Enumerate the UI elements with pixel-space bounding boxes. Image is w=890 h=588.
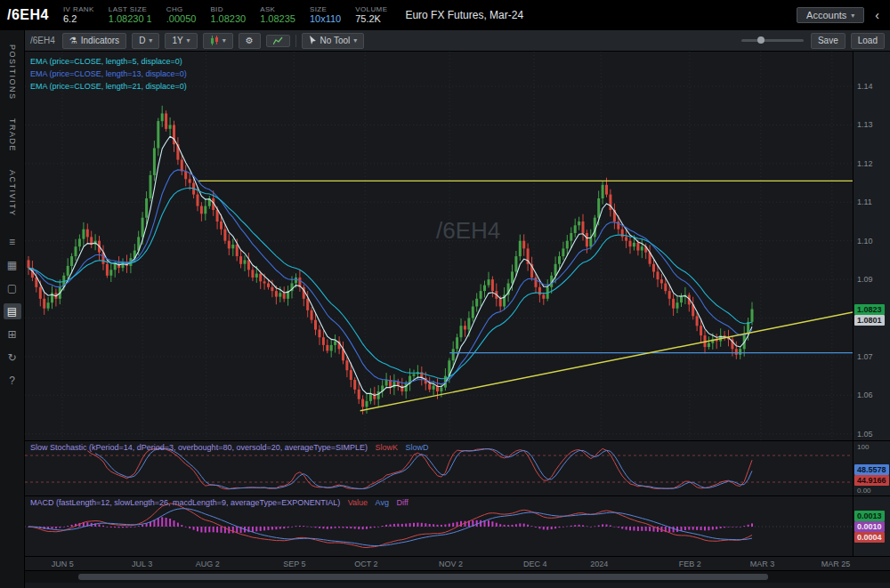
price-tick: 1.12 [857, 159, 873, 168]
time-axis-label: MAR 3 [750, 560, 775, 568]
watchlist-icon[interactable]: ≡ [4, 234, 21, 250]
time-axis-label: FEB 2 [679, 560, 701, 568]
accounts-button[interactable]: Accounts ▾ [797, 7, 864, 23]
chevron-down-icon: ▾ [222, 35, 226, 47]
time-axis-label: OCT 2 [354, 560, 377, 568]
price-axis[interactable]: 1.051.061.071.081.091.101.111.121.131.14… [853, 52, 890, 440]
chart-style-button[interactable] [266, 35, 290, 47]
chart-type-dropdown[interactable]: ▾ [203, 33, 233, 49]
price-tick: 1.13 [857, 120, 873, 129]
time-axis-label: AUG 2 [196, 560, 220, 568]
macd-value-badge: 0.0013 [854, 511, 885, 521]
zoom-slider[interactable] [741, 39, 804, 42]
chevron-down-icon: ▾ [353, 35, 357, 47]
stoch-axis-bottom: 0.00 [857, 487, 871, 495]
ema21-label[interactable]: EMA (price=CLOSE, length=21, displace=0) [30, 80, 187, 93]
grid-icon[interactable]: ▦ [4, 257, 21, 273]
field-last-size: Last Size 1.08230 1 [109, 6, 152, 25]
field-volume: Volume 75.2K [355, 6, 387, 25]
macd-value-badge: 0.0004 [854, 532, 885, 543]
sidebar-tab-trade[interactable]: TRADE [8, 109, 17, 161]
flask-icon: ⚗ [69, 35, 77, 47]
indicators-button[interactable]: ⚗ Indicators [62, 33, 126, 49]
drawing-tool-dropdown[interactable]: No Tool ▾ [302, 33, 365, 49]
macd-label[interactable]: MACD (fastLength=12, slowLength=26, macd… [30, 498, 409, 507]
time-axis-label: JUN 5 [52, 560, 74, 568]
stochastic-axis: 1000.0048.557844.9166 [853, 441, 890, 495]
chart-settings-button[interactable]: ⚙ [239, 33, 261, 49]
apps-icon[interactable]: ⊞ [4, 326, 21, 342]
sidebar-tab-positions[interactable]: POSITIONS [8, 36, 17, 109]
help-icon[interactable]: ? [4, 373, 21, 389]
time-axis-label: DEC 4 [523, 560, 547, 568]
time-axis-label: JUL 3 [132, 560, 152, 568]
time-axis[interactable]: JUN 5JUL 3AUG 2SEP 5OCT 2NOV 2DEC 42024F… [25, 557, 890, 571]
price-tick: 1.06 [857, 391, 873, 399]
field-size: Size 10x110 [310, 6, 341, 25]
price-chart[interactable]: EMA (price=CLOSE, length=5, displace=0) … [25, 52, 853, 440]
price-tick: 1.05 [857, 430, 873, 439]
chart-scrollbar[interactable] [25, 571, 890, 583]
price-tick: 1.07 [857, 352, 873, 361]
left-sidebar: POSITIONS TRADE ACTIVITY ≡▦▢▤⊞↻? [0, 30, 25, 588]
macd-panel[interactable]: MACD (fastLength=12, slowLength=26, macd… [25, 496, 853, 556]
price-tick: 1.11 [857, 197, 872, 206]
ema13-label[interactable]: EMA (price=CLOSE, length=13, displace=0) [30, 68, 187, 80]
chart-module: /6EH4 ⚗ Indicators D ▾ 1Y ▾ ▾ [25, 30, 890, 588]
stochastic-label[interactable]: Slow Stochastic (kPeriod=14, dPeriod=3, … [30, 443, 429, 452]
chevron-down-icon: ▾ [187, 35, 190, 47]
history-icon[interactable]: ↻ [4, 350, 21, 366]
price-badge: 1.0823 [854, 304, 885, 315]
macd-value-badge: 0.0010 [854, 521, 885, 532]
chart-tile-icon[interactable]: ▤ [4, 303, 21, 319]
stoch-axis-top: 100 [857, 443, 869, 451]
svg-text:/6EH4: /6EH4 [436, 217, 500, 244]
chart-toolbar: /6EH4 ⚗ Indicators D ▾ 1Y ▾ ▾ [25, 30, 890, 52]
timeframe-dropdown[interactable]: D ▾ [132, 33, 159, 49]
time-axis-label: NOV 2 [439, 560, 463, 568]
sidebar-icon-rail: ≡▦▢▤⊞↻? [4, 234, 21, 389]
monitor-icon[interactable]: ▢ [4, 280, 21, 296]
range-dropdown[interactable]: 1Y ▾ [165, 33, 197, 49]
chevron-down-icon: ▾ [851, 12, 854, 20]
zoom-slider-thumb[interactable] [757, 36, 765, 44]
quote-header: /6EH4 IV Rank 6.2 Last Size 1.08230 1 Ch… [0, 0, 890, 30]
stochastic-panel[interactable]: Slow Stochastic (kPeriod=14, dPeriod=3, … [25, 441, 853, 495]
instrument-description: Euro FX Futures, Mar-24 [405, 9, 523, 21]
save-button[interactable]: Save [811, 33, 846, 49]
stoch-value-badge: 44.9166 [854, 475, 889, 486]
chevron-down-icon: ▾ [149, 35, 152, 47]
load-button[interactable]: Load [851, 33, 885, 49]
sidebar-tab-activity[interactable]: ACTIVITY [8, 161, 17, 226]
price-tick: 1.14 [857, 82, 873, 91]
field-iv-rank: IV Rank 6.2 [63, 6, 94, 25]
price-badge: 1.0801 [854, 315, 885, 326]
toolbar-symbol: /6EH4 [30, 36, 55, 45]
macd-axis: 0.00130.00100.0004 [853, 496, 890, 556]
time-axis-label: MAR 25 [821, 560, 851, 568]
candlestick-icon [210, 36, 219, 45]
cursor-icon [309, 36, 317, 45]
symbol-title: /6EH4 [7, 7, 49, 23]
time-axis-label: 2024 [590, 560, 608, 568]
stoch-value-badge: 48.5578 [854, 464, 889, 475]
ema5-label[interactable]: EMA (price=CLOSE, length=5, displace=0) [30, 55, 187, 68]
chart-scrollbar-thumb[interactable] [78, 574, 768, 580]
trading-app: /6EH4 IV Rank 6.2 Last Size 1.08230 1 Ch… [0, 0, 890, 588]
price-tick: 1.10 [857, 237, 873, 246]
field-ask: Ask 1.08235 [260, 6, 295, 25]
candlestick-canvas[interactable]: /6EH4 [25, 52, 853, 440]
field-bid: Bid 1.08230 [210, 6, 246, 25]
collapse-panel-icon[interactable]: ‹ [871, 8, 883, 22]
time-axis-label: SEP 5 [283, 560, 305, 568]
field-chg: Chg .00050 [166, 6, 197, 25]
area-chart-icon [273, 36, 283, 45]
price-tick: 1.09 [857, 275, 873, 284]
gear-icon: ⚙ [246, 35, 254, 47]
toolbar-divider [295, 35, 296, 47]
study-labels: EMA (price=CLOSE, length=5, displace=0) … [30, 55, 187, 93]
